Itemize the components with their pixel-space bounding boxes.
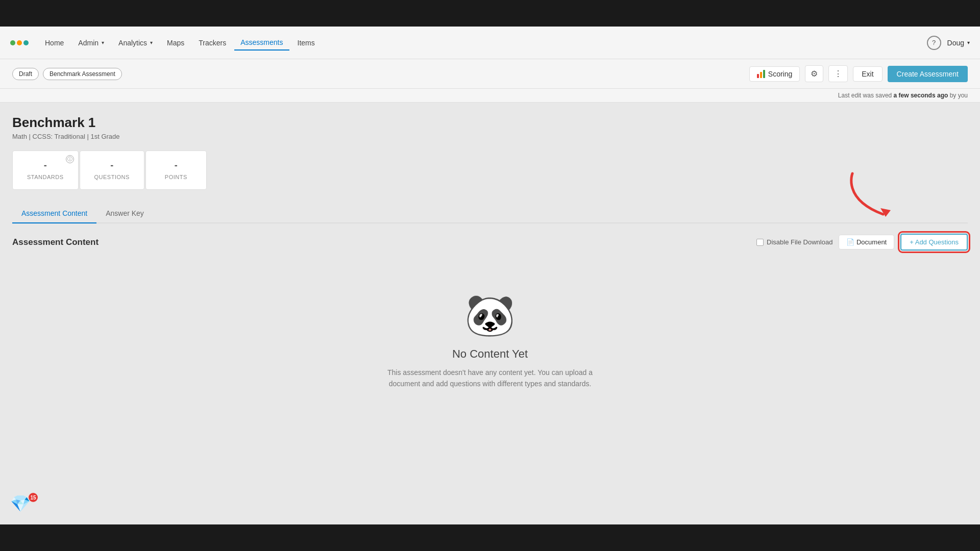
toolbar-left: Draft Benchmark Assessment [12, 68, 122, 80]
nav-admin[interactable]: Admin ▾ [72, 36, 110, 50]
content-area: Benchmark 1 Math | CCSS: Traditional | 1… [0, 103, 980, 433]
toolbar-right: Scoring ⚙ ⋮ Exit Create Assessment [749, 65, 968, 82]
section-actions: Disable File Download 📄 Document + Add Q… [756, 234, 968, 251]
nav-trackers[interactable]: Trackers [192, 36, 232, 50]
user-menu[interactable]: Doug ▾ [947, 39, 970, 47]
section-header: Assessment Content Disable File Download… [12, 234, 968, 251]
bottom-bar [0, 524, 980, 551]
analytics-chevron-icon: ▾ [150, 40, 153, 45]
stat-points: - POINTS [145, 151, 207, 190]
help-button[interactable]: ? [927, 36, 941, 50]
admin-chevron-icon: ▾ [102, 40, 104, 45]
section-title: Assessment Content [12, 237, 99, 247]
main-content: Draft Benchmark Assessment Scoring ⚙ ⋮ E… [0, 59, 980, 524]
user-chevron-icon: ▾ [967, 40, 970, 45]
document-button[interactable]: 📄 Document [839, 235, 894, 249]
tab-answer-key[interactable]: Answer Key [96, 204, 153, 223]
points-value: - [160, 160, 192, 171]
logo-dot-orange [17, 40, 22, 45]
nav-assessments[interactable]: Assessments [234, 35, 289, 51]
settings-button[interactable]: ⚙ [805, 65, 823, 82]
logo-dot-green [10, 40, 15, 45]
assessment-title: Benchmark 1 [12, 115, 968, 131]
nav-home[interactable]: Home [39, 36, 70, 50]
assessment-toolbar: Draft Benchmark Assessment Scoring ⚙ ⋮ E… [0, 59, 980, 89]
user-name: Doug [947, 39, 964, 47]
draft-badge: Draft [12, 68, 39, 80]
nav-items: Home Admin ▾ Analytics ▾ Maps Trackers A… [39, 35, 927, 51]
bar-red [757, 74, 759, 78]
points-label: POINTS [160, 174, 192, 180]
gem-icon: 💎 [10, 494, 31, 513]
floating-badge[interactable]: 💎 15 [10, 494, 37, 520]
stat-standards: ⓘ - STANDARDS [12, 151, 79, 190]
benchmark-badge: Benchmark Assessment [43, 68, 122, 80]
disable-download-container: Disable File Download [756, 238, 832, 246]
stat-questions: - QUESTIONS [80, 151, 144, 190]
bar-green [763, 70, 765, 78]
disable-download-label: Disable File Download [767, 238, 832, 246]
empty-state-description: This assessment doesn't have any content… [383, 367, 597, 390]
logo[interactable] [10, 40, 29, 45]
more-options-button[interactable]: ⋮ [828, 65, 848, 82]
tab-assessment-content[interactable]: Assessment Content [12, 204, 96, 223]
save-notice: Last edit was saved a few seconds ago by… [0, 89, 980, 103]
logo-dot-teal [23, 40, 29, 45]
nav-maps[interactable]: Maps [161, 36, 190, 50]
standards-value: - [27, 160, 64, 171]
exit-button[interactable]: Exit [853, 66, 882, 82]
nav-items[interactable]: Items [291, 36, 321, 50]
standards-label: STANDARDS [27, 174, 64, 180]
nav-right: ? Doug ▾ [927, 36, 970, 50]
add-questions-button[interactable]: + Add Questions [900, 234, 968, 251]
questions-value: - [94, 160, 130, 171]
standards-info-icon[interactable]: ⓘ [66, 155, 74, 163]
create-assessment-button[interactable]: Create Assessment [888, 66, 968, 82]
empty-state: 🐼 No Content Yet This assessment doesn't… [12, 261, 968, 420]
stats-row: ⓘ - STANDARDS - QUESTIONS - POINTS [12, 151, 968, 190]
panda-icon: 🐼 [464, 291, 516, 339]
bar-orange [760, 72, 762, 78]
badge-count: 15 [29, 493, 38, 502]
nav-analytics[interactable]: Analytics ▾ [112, 36, 159, 50]
main-nav: Home Admin ▾ Analytics ▾ Maps Trackers A… [0, 27, 980, 59]
content-tabs: Assessment Content Answer Key [12, 204, 968, 223]
questions-label: QUESTIONS [94, 174, 130, 180]
assessment-meta: Math | CCSS: Traditional | 1st Grade [12, 133, 968, 140]
scoring-chart-icon [757, 70, 765, 78]
disable-download-checkbox[interactable] [756, 239, 764, 246]
empty-state-title: No Content Yet [452, 347, 528, 361]
scoring-button[interactable]: Scoring [749, 66, 800, 82]
